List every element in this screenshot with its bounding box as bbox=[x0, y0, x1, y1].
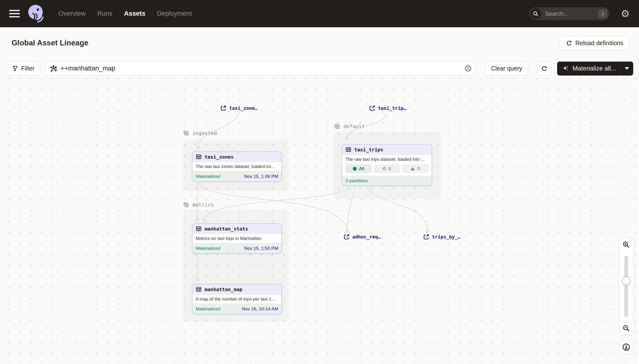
filter-button[interactable]: Filter bbox=[7, 62, 40, 76]
zoom-slider[interactable] bbox=[619, 252, 633, 322]
clear-query-button[interactable]: Clear query bbox=[485, 62, 528, 76]
materialize-all-split-button: Materialize all... bbox=[557, 62, 633, 76]
asset-node-manhattan-map[interactable]: manhattan_map A map of the number of tri… bbox=[192, 284, 282, 314]
materialize-dropdown-caret[interactable] bbox=[621, 62, 633, 76]
external-link-icon bbox=[369, 105, 375, 111]
table-stack-icon bbox=[334, 123, 340, 130]
zoom-in-button[interactable] bbox=[619, 238, 633, 252]
zoom-slider-track[interactable] bbox=[624, 256, 628, 317]
topbar-right-cluster: / ⚙ bbox=[529, 7, 639, 20]
query-input[interactable] bbox=[61, 65, 465, 72]
download-icon bbox=[622, 343, 630, 351]
materialized-dot-icon bbox=[353, 167, 357, 171]
external-asset-adhoc-request[interactable]: adhoc_req… bbox=[343, 234, 381, 240]
status-badge: Materialized bbox=[196, 246, 220, 251]
external-asset-taxi-zone[interactable]: taxi_zone… bbox=[220, 105, 257, 111]
asset-status-footer: Materialized Nov 15, 1:46 PM bbox=[193, 171, 281, 181]
asset-status-footer: Materialized Nov 15, 1:50 PM bbox=[193, 243, 281, 253]
external-asset-trips-by[interactable]: trips_by_… bbox=[423, 234, 460, 240]
page-title: Global Asset Lineage bbox=[12, 38, 88, 47]
external-link-icon bbox=[220, 105, 227, 111]
missing-ring-icon bbox=[383, 167, 386, 170]
table-icon bbox=[196, 286, 202, 292]
materialization-timestamp[interactable]: Nov 16, 10:14 AM bbox=[242, 306, 278, 312]
asset-name: manhattan_map bbox=[205, 286, 242, 292]
group-label-default[interactable]: default bbox=[334, 123, 365, 130]
sparkle-icon bbox=[562, 65, 569, 72]
materialization-timestamp[interactable]: Nov 15, 1:50 PM bbox=[244, 246, 278, 251]
refresh-query-button[interactable] bbox=[537, 62, 551, 76]
zoom-controls bbox=[619, 238, 633, 354]
refresh-icon bbox=[566, 40, 572, 46]
partitions-count-footer[interactable]: 3 partitions bbox=[342, 176, 432, 186]
page-header: Global Asset Lineage Reload definitions bbox=[0, 27, 639, 59]
nav-runs[interactable]: Runs bbox=[97, 10, 113, 18]
table-icon bbox=[196, 154, 202, 160]
asset-description: Metrics on taxi trips in Manhattan bbox=[193, 234, 281, 243]
asset-node-header: taxi_trips bbox=[342, 144, 432, 155]
menu-icon[interactable] bbox=[9, 8, 20, 19]
asset-name: taxi_zones bbox=[205, 154, 234, 160]
failed-triangle-icon bbox=[411, 167, 415, 170]
dagster-logo[interactable] bbox=[27, 4, 46, 24]
group-label-metrics[interactable]: metrics bbox=[183, 202, 214, 208]
keyboard-shortcut-badge: / bbox=[598, 10, 607, 18]
asset-description: The raw taxi zones dataset, loaded int..… bbox=[193, 162, 281, 171]
table-icon bbox=[196, 226, 202, 232]
table-stack-icon bbox=[183, 202, 189, 208]
asset-node-header: manhattan_map bbox=[193, 284, 281, 294]
asset-node-taxi-trips[interactable]: taxi_trips The raw taxi trips dataset, l… bbox=[342, 144, 432, 186]
info-icon[interactable] bbox=[465, 65, 472, 72]
external-asset-taxi-trip[interactable]: taxi_trip… bbox=[369, 105, 406, 111]
top-navigation-bar: Overview Runs Assets Deployment / ⚙ bbox=[0, 0, 639, 27]
chevron-down-icon bbox=[625, 67, 629, 70]
lineage-toolbar: Filter Clear query bbox=[0, 59, 639, 78]
search-input[interactable] bbox=[545, 10, 598, 17]
partitions-missing-pill[interactable]: 0 bbox=[374, 164, 400, 173]
nav-deployment[interactable]: Deployment bbox=[157, 10, 192, 18]
reload-definitions-button[interactable]: Reload definitions bbox=[560, 36, 629, 50]
scrollbar-gutter[interactable] bbox=[636, 78, 639, 364]
table-stack-icon bbox=[183, 130, 189, 136]
status-badge: Materialized bbox=[196, 306, 220, 312]
op-graph-icon bbox=[50, 65, 57, 72]
materialize-all-button[interactable]: Materialize all... bbox=[557, 62, 620, 76]
asset-node-manhattan-stats[interactable]: manhattan_stats Metrics on taxi trips in… bbox=[192, 223, 282, 254]
partitions-failed-pill[interactable]: 0 bbox=[402, 164, 429, 173]
external-link-icon bbox=[343, 234, 350, 240]
funnel-icon bbox=[12, 66, 18, 72]
external-link-icon bbox=[423, 234, 429, 240]
asset-node-taxi-zones[interactable]: taxi_zones The raw taxi zones dataset, l… bbox=[192, 151, 282, 182]
asset-description: A map of the number of trips per taxi z.… bbox=[193, 294, 281, 304]
download-image-button[interactable] bbox=[619, 340, 633, 354]
status-badge: Materialized bbox=[196, 174, 220, 179]
lineage-edges bbox=[0, 78, 639, 364]
global-search[interactable]: / bbox=[529, 7, 609, 20]
octopus-logo-icon bbox=[27, 4, 46, 24]
asset-selection-query[interactable] bbox=[46, 62, 476, 76]
nav-assets[interactable]: Assets bbox=[124, 10, 146, 18]
materialization-timestamp[interactable]: Nov 15, 1:46 PM bbox=[244, 174, 278, 179]
search-icon bbox=[530, 8, 541, 19]
asset-status-footer: Materialized Nov 16, 10:14 AM bbox=[193, 304, 281, 314]
zoom-in-icon bbox=[622, 241, 630, 248]
group-label-ingested[interactable]: ingested bbox=[183, 130, 217, 136]
asset-name: taxi_trips bbox=[354, 147, 383, 152]
settings-gear-icon[interactable]: ⚙ bbox=[621, 9, 630, 19]
asset-description: The raw taxi trips dataset, loaded into … bbox=[342, 155, 432, 164]
asset-node-header: manhattan_stats bbox=[193, 224, 281, 234]
refresh-icon bbox=[541, 65, 548, 72]
zoom-out-icon bbox=[622, 324, 630, 332]
zoom-out-button[interactable] bbox=[619, 321, 633, 335]
nav-overview[interactable]: Overview bbox=[59, 10, 86, 18]
primary-nav: Overview Runs Assets Deployment bbox=[59, 10, 192, 18]
asset-node-header: taxi_zones bbox=[193, 152, 281, 162]
partitions-all-pill[interactable]: All bbox=[345, 164, 372, 173]
asset-name: manhattan_stats bbox=[205, 226, 248, 232]
zoom-slider-handle[interactable] bbox=[622, 276, 631, 285]
asset-lineage-canvas[interactable]: ingested default metrics taxi_zone… bbox=[0, 78, 639, 364]
partition-health-pills: All 0 0 bbox=[342, 164, 432, 176]
table-icon bbox=[345, 146, 351, 152]
